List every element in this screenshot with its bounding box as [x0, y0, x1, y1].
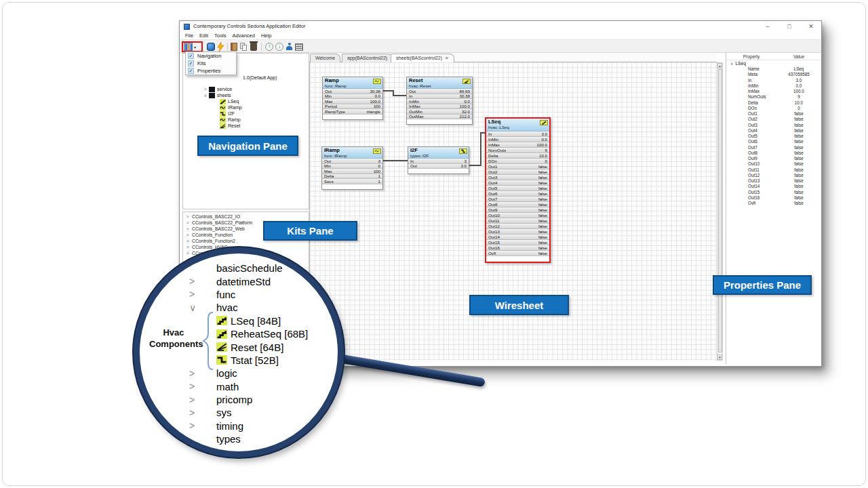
block-slot[interactable]: Out5false [486, 186, 549, 191]
property-row[interactable]: Out5 false [726, 134, 821, 139]
block-reset[interactable]: Reset hvac::Reset Out86.69In30.38InMin0.… [406, 77, 473, 125]
close-button[interactable]: ✕ [806, 22, 816, 31]
block-slot[interactable]: Out30.38 [323, 89, 382, 94]
scroll-down-button[interactable]: ▼ [717, 354, 722, 360]
property-row[interactable]: InMax 100.0 [726, 89, 821, 94]
block-i2f[interactable]: I2F types::I2F In3Out3.0 [408, 146, 469, 174]
block-slot[interactable]: InMax100.0 [486, 142, 549, 148]
property-row[interactable]: NumOuts 9 [726, 94, 821, 100]
put-button[interactable]: ↓ [275, 42, 283, 52]
block-slot[interactable]: DOn0 [486, 159, 549, 164]
scrollbar-thumb[interactable] [718, 69, 722, 352]
block-slot[interactable]: Out10false [486, 213, 549, 218]
copy-button[interactable] [240, 42, 248, 52]
block-slot[interactable]: Out12false [486, 224, 549, 229]
minimize-button[interactable]: – [763, 22, 772, 31]
nav-tree-item[interactable]: LSeq [183, 98, 309, 104]
property-row[interactable]: DOn 0 [726, 106, 821, 111]
nav-tree-item[interactable]: > service [183, 86, 309, 92]
properties-group-row[interactable]: ∨ LSeq [726, 60, 821, 66]
block-slot[interactable]: NumOuts9 [486, 148, 549, 153]
delete-button[interactable] [250, 42, 257, 52]
block-slot[interactable]: OutMax212.0 [407, 115, 472, 120]
property-row[interactable]: Out13 false [726, 178, 821, 184]
block-header[interactable]: I2F types::I2F [408, 147, 469, 159]
expander-icon[interactable]: > [183, 232, 192, 237]
wiresheet-canvas[interactable]: Ramp func::Ramp Out30.38Min0.0Max100.0Pe… [309, 62, 717, 361]
block-ramp[interactable]: Ramp func::Ramp Out30.38Min0.0Max100.0Pe… [322, 77, 383, 120]
view-menu-item[interactable]: ✓ Properties [186, 67, 236, 75]
property-row[interactable]: Out8 false [726, 150, 821, 156]
property-row[interactable]: Delta 10.0 [726, 100, 821, 106]
property-row[interactable]: Out1 false [726, 111, 821, 117]
restore-button[interactable]: □ [785, 22, 794, 31]
menu-item[interactable]: File [185, 32, 193, 39]
tab-welcome[interactable]: Welcome [310, 54, 340, 62]
block-slot[interactable]: Out7false [486, 197, 549, 202]
property-row[interactable]: Out7 false [726, 145, 821, 150]
menu-item[interactable]: Help [261, 32, 271, 39]
link-button[interactable] [285, 42, 293, 52]
block-slot[interactable]: Out15false [486, 240, 549, 245]
kit-manager-button[interactable] [231, 42, 237, 52]
tab-close-icon[interactable]: ✕ [445, 56, 448, 60]
expander-icon[interactable]: > [183, 251, 192, 256]
block-iramp[interactable]: IRamp func::IRamp Out3Min0Max100Delta1Se… [321, 146, 383, 190]
block-slot[interactable]: Out9false [486, 207, 549, 213]
block-slot[interactable]: Out4false [486, 180, 549, 186]
property-row[interactable]: Out2 false [726, 117, 821, 122]
expander-icon[interactable]: > [183, 214, 192, 219]
menu-item[interactable]: Edit [199, 32, 208, 39]
block-slot[interactable]: Out16false [486, 245, 549, 251]
block-slot[interactable]: Out1false [486, 164, 549, 169]
expander-icon[interactable]: > [183, 245, 192, 249]
block-slot[interactable]: Out3.0 [408, 164, 469, 169]
block-header[interactable]: Reset hvac::Reset [407, 77, 472, 89]
menu-item[interactable]: Tools [214, 32, 226, 39]
property-row[interactable]: Out4 false [726, 128, 821, 134]
tab-sheets[interactable]: sheets(BAScontrol22)✕ [391, 54, 454, 62]
expander-icon[interactable]: > [202, 87, 209, 92]
block-slot[interactable]: Out14false [486, 235, 549, 240]
block-slot[interactable]: Out13false [486, 229, 549, 235]
property-row[interactable]: Out15 false [726, 190, 821, 195]
property-row[interactable]: Meta 437059585 [726, 72, 821, 77]
block-slot[interactable]: RampTypetriangle [323, 109, 382, 115]
property-row[interactable]: Out12 false [726, 173, 821, 178]
menu-item[interactable]: Advanced [233, 32, 255, 39]
deploy-button[interactable] [217, 42, 224, 52]
block-slot[interactable]: Out11false [486, 218, 549, 224]
block-slot[interactable]: In3 [408, 159, 469, 164]
property-row[interactable]: Out14 false [726, 184, 821, 189]
property-row[interactable]: Name LSeq [726, 66, 821, 72]
connect-button[interactable] [207, 42, 215, 52]
property-row[interactable]: Out3 false [726, 123, 821, 128]
block-header[interactable]: IRamp func::IRamp [322, 147, 382, 159]
expander-icon[interactable]: ∨ [730, 61, 733, 66]
tab-app[interactable]: app(BAScontrol22) [342, 54, 393, 62]
property-row[interactable]: Out10 false [726, 161, 821, 167]
kit-item[interactable]: > CControls_BASC22_IO [183, 214, 309, 220]
get-button[interactable]: ↑ [265, 42, 273, 52]
expander-icon[interactable]: > [183, 226, 192, 231]
property-row[interactable]: InMin 0.0 [726, 83, 821, 89]
block-slot[interactable]: In3.0 [486, 131, 549, 137]
property-row[interactable]: Ovfl false [726, 201, 821, 206]
expander-icon[interactable]: > [183, 239, 192, 243]
block-slot[interactable]: Ovflfalse [486, 251, 549, 256]
block-slot[interactable]: InMin0.0 [486, 137, 549, 142]
nav-tree-item[interactable]: IRamp [183, 104, 309, 110]
block-slot[interactable]: Out3 [322, 159, 382, 164]
nav-root-node[interactable]: 1.0(Default App) [243, 75, 277, 80]
property-row[interactable]: Out9 false [726, 156, 821, 161]
block-slot[interactable]: Delta10.0 [486, 153, 549, 159]
block-header[interactable]: LSeq hvac::LSeq [486, 119, 549, 131]
block-slot[interactable]: Out8false [486, 202, 549, 207]
scroll-up-button[interactable]: ▲ [717, 63, 722, 68]
view-menu-item[interactable]: ✓ Navigation [186, 52, 236, 60]
view-menu-item[interactable]: ✓ Kits [186, 60, 236, 67]
nav-tree-item[interactable]: Ramp [183, 117, 309, 123]
nav-tree-item[interactable]: I2F [183, 110, 309, 117]
expander-icon[interactable]: > [183, 220, 192, 225]
property-row[interactable]: In 3.0 [726, 78, 821, 83]
